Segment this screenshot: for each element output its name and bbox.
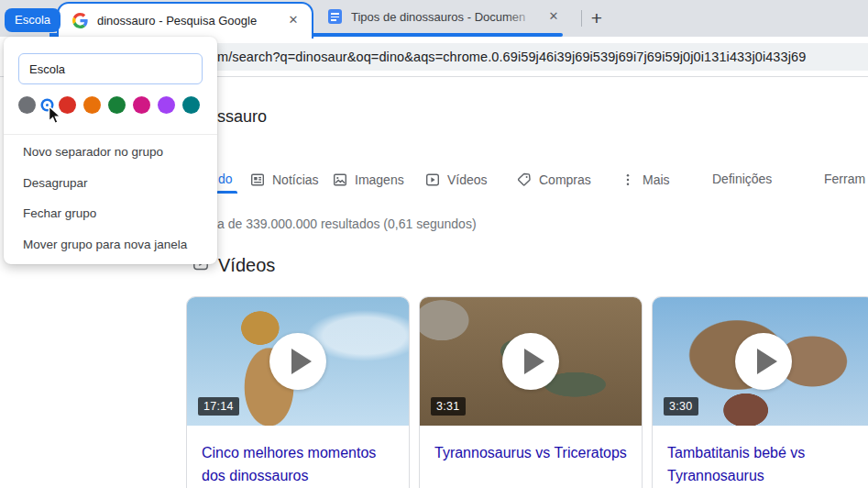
- url-text: m/search?q=dinosaur&oq=dino&aqs=chrome.0…: [217, 50, 868, 64]
- tab-tudo[interactable]: do: [218, 172, 233, 186]
- color-orange[interactable]: [83, 96, 101, 114]
- tools-link[interactable]: Ferram: [824, 172, 865, 186]
- video-card[interactable]: 17:14 Cinco melhores momentos dos dinoss…: [186, 296, 410, 488]
- color-pink[interactable]: [133, 96, 150, 114]
- color-purple[interactable]: [158, 96, 175, 114]
- tab-label: Vídeos: [447, 172, 488, 187]
- tab-label: Mais: [643, 172, 670, 187]
- tab-title-fade: [506, 4, 544, 29]
- tab-noticias[interactable]: Notícias: [249, 172, 319, 188]
- tab-group-badge[interactable]: Escola: [5, 8, 60, 32]
- color-red[interactable]: [59, 96, 76, 114]
- new-tab-button[interactable]: +: [585, 6, 609, 30]
- close-tab-icon[interactable]: ✕: [284, 11, 302, 29]
- video-icon: [424, 172, 441, 188]
- group-color-picker: [18, 95, 200, 114]
- play-button-icon[interactable]: [269, 333, 326, 390]
- video-duration-badge: 3:31: [431, 397, 466, 416]
- tab-videos[interactable]: Vídeos: [424, 172, 488, 188]
- tab-imagens[interactable]: Imagens: [332, 172, 404, 188]
- news-icon: [249, 172, 266, 188]
- search-query-text: ssauro: [217, 107, 267, 127]
- video-duration-badge: 17:14: [198, 397, 239, 416]
- active-tab-underline: [216, 191, 237, 194]
- group-name-input[interactable]: [18, 53, 203, 84]
- tab-label: Imagens: [355, 172, 404, 187]
- menu-item-new-tab-in-group[interactable]: Novo separador no grupo: [4, 137, 217, 168]
- google-docs-icon: [328, 9, 342, 24]
- browser-window: Escola dinossauro - Pesquisa Google ✕ Ti…: [0, 0, 868, 488]
- video-thumbnail[interactable]: 3:30: [653, 297, 868, 426]
- video-title-link[interactable]: Tyrannosaurus vs Triceratops: [420, 426, 642, 464]
- tab-title: dinossauro - Pesquisa Google: [97, 14, 284, 28]
- play-button-icon[interactable]: [735, 333, 792, 390]
- tab-strip: Escola dinossauro - Pesquisa Google ✕ Ti…: [0, 0, 868, 37]
- tab-group-menu: Novo separador no grupo Desagrupar Fecha…: [4, 37, 217, 264]
- tag-icon: [516, 172, 533, 188]
- color-green[interactable]: [108, 96, 126, 114]
- video-card[interactable]: 3:31 Tyrannosaurus vs Triceratops: [419, 296, 643, 488]
- section-title: Vídeos: [218, 255, 275, 276]
- video-cards-row: 17:14 Cinco melhores momentos dos dinoss…: [186, 296, 868, 488]
- video-title-link[interactable]: Cinco melhores momentos dos dinossauros: [187, 426, 409, 487]
- color-cyan[interactable]: [182, 96, 200, 114]
- menu-item-ungroup[interactable]: Desagrupar: [4, 168, 217, 199]
- google-favicon-icon: [72, 13, 88, 28]
- color-blue-selected[interactable]: [43, 101, 51, 109]
- tab-divider: [581, 10, 582, 27]
- settings-link[interactable]: Definições: [712, 172, 772, 186]
- video-card[interactable]: 3:30 Tambatitanis bebé vs Tyrannosaurus: [652, 296, 868, 488]
- tab-compras[interactable]: Compras: [516, 172, 591, 188]
- menu-item-move-group-new-window[interactable]: Mover grupo para nova janela: [4, 229, 217, 261]
- video-title-link[interactable]: Tambatitanis bebé vs Tyrannosaurus: [653, 426, 868, 487]
- more-vertical-icon: [620, 172, 636, 188]
- menu-separator: [4, 134, 217, 135]
- video-duration-badge: 3:30: [664, 397, 698, 416]
- close-tab-icon[interactable]: ✕: [544, 7, 563, 26]
- play-button-icon[interactable]: [502, 333, 559, 390]
- tab-docs[interactable]: Tipos de dinossauros - Documen ✕: [317, 0, 570, 33]
- result-stats: a de 339.000.000 resultados (0,61 segund…: [217, 216, 477, 231]
- tab-mais[interactable]: Mais: [620, 172, 670, 188]
- video-thumbnail[interactable]: 17:14: [187, 297, 409, 426]
- tab-label: Compras: [539, 172, 591, 187]
- tab-label: Notícias: [272, 172, 319, 187]
- menu-items: Novo separador no grupo Desagrupar Fecha…: [4, 137, 217, 260]
- video-thumbnail[interactable]: 3:31: [420, 297, 642, 426]
- color-grey[interactable]: [18, 96, 36, 114]
- image-icon: [332, 172, 348, 188]
- menu-item-close-group[interactable]: Fechar grupo: [4, 198, 217, 229]
- tab-google-search[interactable]: dinossauro - Pesquisa Google ✕: [57, 2, 313, 39]
